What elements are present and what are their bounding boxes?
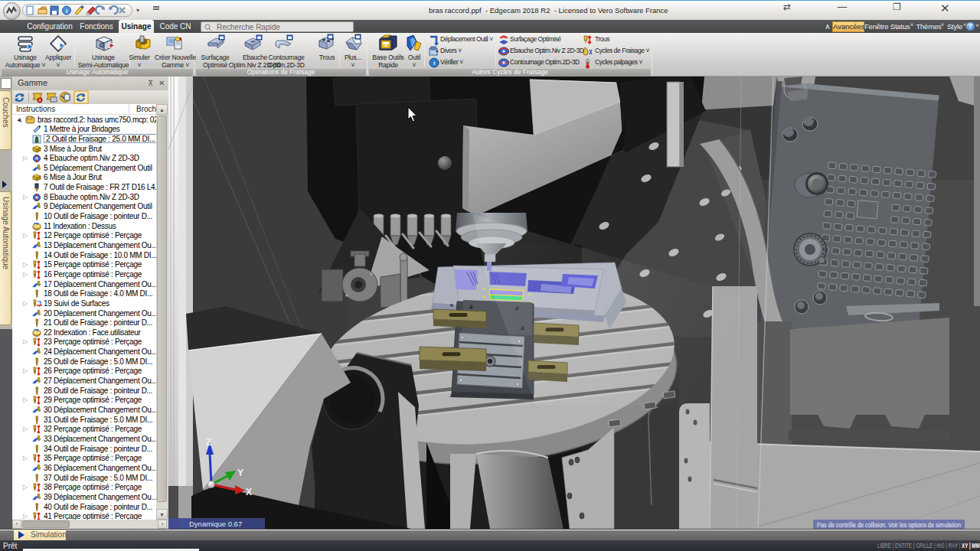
- svg-text:NC: NC: [28, 116, 32, 119]
- svg-text:i: i: [433, 60, 435, 67]
- svg-text:i: i: [66, 8, 67, 15]
- svg-text:X: X: [246, 487, 252, 497]
- svg-text:Y: Y: [237, 468, 243, 478]
- svg-text:Dynamique 0.67: Dynamique 0.67: [189, 520, 242, 528]
- svg-text:Pas de contrôle de collision.: Pas de contrôle de collision. Voir les o…: [817, 521, 961, 529]
- svg-text:Z: Z: [206, 437, 211, 448]
